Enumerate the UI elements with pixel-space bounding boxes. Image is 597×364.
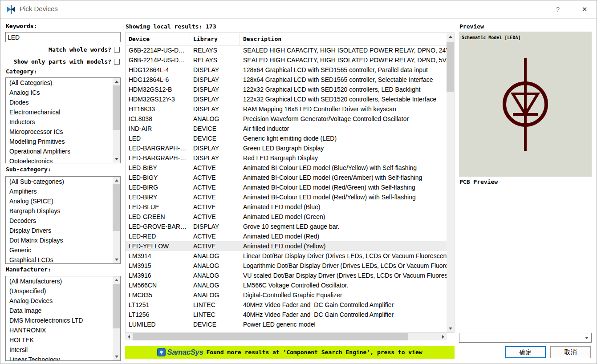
ok-button[interactable]: 确定 [505,346,546,358]
table-row[interactable]: LED-BIRG ACTIVE Animated BI-Colour LED m… [126,182,447,192]
table-row[interactable]: HDG12864L-4 DISPLAY 128x64 Graphical LCD… [126,65,447,75]
scrollbar-thumb[interactable] [113,184,120,231]
table-row[interactable]: HDM32GS12Y-3 DISPLAY 122x32 Graphical LC… [126,94,447,104]
scroll-down-icon [115,259,118,261]
category-item[interactable]: Diodes [6,97,113,107]
table-row[interactable]: HDM32GS12-B DISPLAY 122x32 Graphical LCD… [126,85,447,94]
subcategory-item[interactable]: Amplifiers [6,186,113,196]
table-row[interactable]: HDG12864L-6 DISPLAY 128x64 Graphical LCD… [126,75,447,85]
scroll-left-button[interactable] [125,333,133,340]
category-item[interactable]: Analog ICs [6,88,113,97]
scroll-up-button[interactable] [447,33,454,40]
table-row[interactable]: LT1251 LINTEC 40MHz Video Fader and DC G… [126,300,447,310]
table-row[interactable]: LED-BIRY ACTIVE Animated BI-Colour LED m… [126,192,447,202]
scroll-down-button[interactable] [113,353,120,360]
column-header-description[interactable]: Description [240,33,447,45]
scrollbar-thumb[interactable] [113,284,120,328]
manufacturer-item[interactable]: Intersil [6,345,113,355]
table-row[interactable]: LT1256 LINTEC 40MHz Video Fader and DC G… [126,310,447,320]
device-cell: LED-GREEN [126,212,190,222]
category-item[interactable]: Inductors [6,117,113,127]
subcategory-item[interactable]: Bargraph Displays [6,206,113,216]
show-only-models-checkbox[interactable] [114,59,120,65]
table-row[interactable]: LED-GROVE-BAR… DISPLAY Grove 10 segment … [126,222,447,231]
column-header-library[interactable]: Library [190,33,240,45]
manufacturer-item[interactable]: HOLTEK [6,335,113,345]
keywords-input[interactable] [5,32,121,42]
titlebar[interactable]: Pick Devices ? ✕ [0,0,597,19]
scrollbar-thumb[interactable] [447,42,454,92]
table-row[interactable]: LED-GREEN ACTIVE Animated LED model (Gre… [126,212,447,222]
results-horizontal-scrollbar[interactable] [125,333,447,340]
subcategory-item[interactable]: Graphical LCDs [6,255,113,263]
subcategory-item[interactable]: Dot Matrix Displays [6,235,113,245]
table-row[interactable]: LMC835 ANALOG Digital-Controlled Graphic… [126,290,447,300]
table-row[interactable]: LED-BARGRAPH-… DISPLAY Red LED Bargraph … [126,153,447,163]
scrollbar-thumb[interactable] [113,85,120,130]
table-row[interactable]: LED-YELLOW ACTIVE Animated LED model (Ye… [126,241,447,251]
footprint-dropdown[interactable] [459,333,592,343]
subcategory-item[interactable]: Generic [6,245,113,255]
table-row[interactable]: HT16K33 DISPLAY RAM Mapping 16x8 LED Con… [126,104,447,114]
scroll-up-button[interactable] [113,78,120,85]
table-row[interactable]: LED-RED ACTIVE Animated LED model (Red) [126,231,447,241]
table-row[interactable]: LED DEVICE Generic light emitting diode … [126,133,447,143]
manufacturer-item[interactable]: HANTRONIX [6,325,113,335]
category-item[interactable]: Electromechanical [6,107,113,117]
subcategory-listbox[interactable]: (All Sub-categories)AmplifiersAnalog (SP… [5,176,121,264]
manufacturer-item[interactable]: Data Image [6,306,113,315]
results-count-label: Showing local results: 173 [126,23,216,30]
table-row[interactable]: LM3915 ANALOG Logarithmic Dot/Bar Displa… [126,261,447,271]
table-row[interactable]: LED-BIGY ACTIVE Animated BI-Colour LED m… [126,173,447,182]
help-button[interactable]: ? [550,0,566,18]
subcategory-item[interactable]: Analog (SPICE) [6,196,113,206]
table-row[interactable]: LM3914 ANALOG Linear Dot/Bar Display Dri… [126,251,447,261]
manufacturer-item[interactable]: Analog Devices [6,296,113,306]
cancel-button[interactable]: 取消 [550,346,591,358]
category-item[interactable]: Microprocessor ICs [6,127,113,137]
category-item[interactable]: Optoelectronics [6,156,113,163]
table-row[interactable]: LM3916 ANALOG VU scaled Dot/Bar Display … [126,271,447,280]
scrollbar-thumb[interactable] [133,333,408,340]
manufacturer-item[interactable]: Linear Technology [6,355,113,360]
scroll-left-icon [128,335,130,339]
scroll-down-button[interactable] [113,256,120,263]
scroll-down-button[interactable] [447,325,454,332]
library-cell: DISPLAY [190,143,240,153]
subcategory-item[interactable]: (All Sub-categories) [6,177,113,186]
table-row[interactable]: G6B-2214P-US-D… RELAYS SEALED HIGH CAPAC… [126,55,447,65]
subcategory-item[interactable]: Display Drivers [6,226,113,235]
category-item[interactable]: Modelling Primitives [6,137,113,146]
table-row[interactable]: IND-AIR DEVICE Air filled inductor [126,124,447,133]
table-row[interactable]: LED-BLUE ACTIVE Animated LED model (Blue… [126,202,447,212]
category-item[interactable]: (All Categories) [6,78,113,88]
library-cell: LINTEC [190,300,240,310]
library-cell: RELAYS [190,45,240,55]
manufacturer-item[interactable]: (All Manufacturers) [6,276,113,286]
scroll-up-button[interactable] [113,276,120,284]
category-vertical-scrollbar[interactable] [113,78,120,163]
subcategory-item[interactable]: Decoders [6,216,113,226]
table-row[interactable]: G6B-2214P-US-D… RELAYS SEALED HIGH CAPAC… [126,45,447,55]
table-row[interactable]: ICL8038 ANALOG Precision Waveform Genera… [126,114,447,124]
close-button[interactable]: ✕ [575,0,594,18]
table-row[interactable]: LED-BARGRAPH-… DISPLAY Green LED Bargrap… [126,143,447,153]
subcategory-vertical-scrollbar[interactable] [113,177,120,263]
scroll-right-button[interactable] [439,333,447,340]
column-header-device[interactable]: Device [126,33,190,45]
category-listbox[interactable]: (All Categories)Analog ICsDiodesElectrom… [5,77,121,163]
manufacturer-item[interactable]: DMS Microelectronics LTD [6,315,113,325]
manufacturer-vertical-scrollbar[interactable] [113,276,120,360]
results-vertical-scrollbar[interactable] [447,33,454,332]
category-item[interactable]: Operational Amplifiers [6,146,113,156]
match-whole-words-checkbox[interactable] [114,47,120,53]
manufacturer-listbox[interactable]: (All Manufacturers)(Unspecified)Analog D… [5,276,121,361]
scroll-up-button[interactable] [113,177,120,184]
manufacturer-item[interactable]: (Unspecified) [6,286,113,296]
table-row[interactable]: LM566CN ANALOG LM566C Voltage Controlled… [126,280,447,290]
table-row[interactable]: LED-BIBY ACTIVE Animated BI-Colour LED m… [126,163,447,173]
samacsys-banner[interactable]: SamacSys Found more results at 'Componen… [125,346,455,359]
scroll-down-button[interactable] [113,155,120,163]
description-cell: Generic light emitting diode (LED) [240,133,447,143]
table-row[interactable]: LUMILED DEVICE Power LED generic model [126,320,447,329]
